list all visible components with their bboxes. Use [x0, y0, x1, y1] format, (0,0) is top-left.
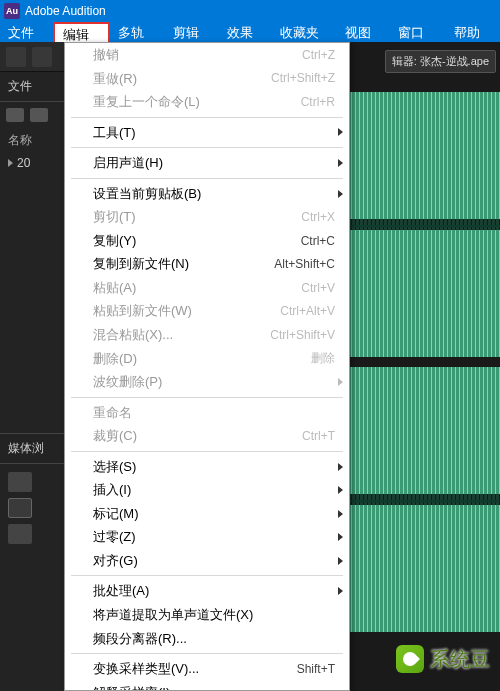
menu-item-shortcut: Ctrl+T — [302, 428, 335, 444]
menu-item-label: 过零(Z) — [93, 528, 136, 546]
files-panel-toolbar — [0, 102, 64, 128]
menu-item-label: 插入(I) — [93, 481, 131, 499]
menu-item-label: 频段分离器(R)... — [93, 630, 187, 648]
menu-item-label: 删除(D) — [93, 350, 137, 368]
menu-item[interactable]: 解释采样率(I)... — [65, 681, 349, 691]
menu-separator — [71, 117, 343, 118]
menu-视图[interactable]: 视图(V) — [337, 22, 390, 42]
menu-item-shortcut: Ctrl+X — [301, 209, 335, 225]
menu-item[interactable]: 标记(M) — [65, 502, 349, 526]
menu-item-label: 标记(M) — [93, 505, 139, 523]
menu-item-label: 粘贴到新文件(W) — [93, 302, 192, 320]
menu-编辑[interactable]: 编辑(E) — [53, 22, 110, 42]
menu-item-label: 变换采样类型(V)... — [93, 660, 199, 678]
files-panel-tab[interactable]: 文件 — [0, 72, 64, 102]
menu-item-shortcut: Ctrl+R — [301, 94, 335, 110]
menu-收藏夹[interactable]: 收藏夹(R) — [272, 22, 337, 42]
menu-item-label: 重做(R) — [93, 70, 137, 88]
waveform-left-channel — [350, 92, 500, 357]
menu-item[interactable]: 启用声道(H) — [65, 151, 349, 175]
submenu-caret-icon — [338, 557, 343, 565]
toolbar — [0, 42, 64, 72]
menu-item-shortcut: Shift+T — [297, 661, 335, 677]
watermark-text: 系统豆 — [430, 646, 490, 673]
menu-item-shortcut: Ctrl+Alt+V — [280, 303, 335, 319]
editor-area: 辑器: 张杰-逆战.ape — [350, 42, 500, 691]
menu-item: 波纹删除(P) — [65, 370, 349, 394]
menu-窗口[interactable]: 窗口(W) — [390, 22, 446, 42]
menu-item-label: 剪切(T) — [93, 208, 136, 226]
menu-item: 剪切(T)Ctrl+X — [65, 205, 349, 229]
import-icon[interactable] — [8, 472, 32, 492]
submenu-caret-icon — [338, 510, 343, 518]
menu-item-label: 混合粘贴(X)... — [93, 326, 173, 344]
menu-item[interactable]: 频段分离器(R)... — [65, 627, 349, 651]
menu-item: 粘贴到新文件(W)Ctrl+Alt+V — [65, 299, 349, 323]
editor-filename-tab[interactable]: 辑器: 张杰-逆战.ape — [385, 50, 496, 73]
menu-item-shortcut: Ctrl+Shift+Z — [271, 70, 335, 86]
media-browser-toolbar — [0, 464, 64, 552]
menu-item[interactable]: 复制到新文件(N)Alt+Shift+C — [65, 252, 349, 276]
multitrack-tool-icon[interactable] — [32, 47, 52, 67]
menu-item[interactable]: 插入(I) — [65, 478, 349, 502]
menu-item: 删除(D)删除 — [65, 347, 349, 371]
menu-item: 重命名 — [65, 401, 349, 425]
file-tree-item[interactable]: 20 — [0, 153, 64, 173]
waveform-display[interactable] — [350, 92, 500, 632]
menu-帮助[interactable]: 帮助(H) — [446, 22, 500, 42]
menu-item: 重复上一个命令(L)Ctrl+R — [65, 90, 349, 114]
menu-item: 粘贴(A)Ctrl+V — [65, 276, 349, 300]
menu-item-label: 复制到新文件(N) — [93, 255, 189, 273]
menu-separator — [71, 653, 343, 654]
app-icon: Au — [4, 3, 20, 19]
menu-separator — [71, 147, 343, 148]
menu-item-label: 设置当前剪贴板(B) — [93, 185, 201, 203]
menu-separator — [71, 451, 343, 452]
name-column-header[interactable]: 名称 — [0, 128, 64, 153]
menu-item: 混合粘贴(X)...Ctrl+Shift+V — [65, 323, 349, 347]
menu-item[interactable]: 批处理(A) — [65, 579, 349, 603]
menu-item[interactable]: 过零(Z) — [65, 525, 349, 549]
add-favorite-icon[interactable] — [8, 498, 32, 518]
menu-item-label: 解释采样率(I)... — [93, 684, 181, 691]
submenu-caret-icon — [338, 159, 343, 167]
menu-多轨[interactable]: 多轨(M) — [110, 22, 165, 42]
menu-item[interactable]: 对齐(G) — [65, 549, 349, 573]
menu-item[interactable]: 设置当前剪贴板(B) — [65, 182, 349, 206]
menu-item[interactable]: 工具(T) — [65, 121, 349, 145]
menu-效果[interactable]: 效果(S) — [219, 22, 272, 42]
drive-icon[interactable] — [8, 524, 32, 544]
record-icon[interactable] — [30, 108, 48, 122]
open-file-icon[interactable] — [6, 108, 24, 122]
menu-item-label: 裁剪(C) — [93, 427, 137, 445]
menu-item-label: 启用声道(H) — [93, 154, 163, 172]
expand-caret-icon — [8, 159, 13, 167]
menu-item[interactable]: 变换采样类型(V)...Shift+T — [65, 657, 349, 681]
menu-item[interactable]: 将声道提取为单声道文件(X) — [65, 603, 349, 627]
menu-item: 裁剪(C)Ctrl+T — [65, 424, 349, 448]
media-browser-tab[interactable]: 媒体浏 — [0, 433, 64, 464]
menu-item[interactable]: 复制(Y)Ctrl+C — [65, 229, 349, 253]
menu-separator — [71, 575, 343, 576]
menu-item[interactable]: 选择(S) — [65, 455, 349, 479]
waveform-right-channel — [350, 367, 500, 632]
menu-item-label: 粘贴(A) — [93, 279, 136, 297]
menu-item: 重做(R)Ctrl+Shift+Z — [65, 67, 349, 91]
menu-item-label: 选择(S) — [93, 458, 136, 476]
menu-item-shortcut: Alt+Shift+C — [274, 256, 335, 272]
submenu-caret-icon — [338, 128, 343, 136]
menu-item-shortcut: Ctrl+V — [301, 280, 335, 296]
menu-剪辑[interactable]: 剪辑(C) — [165, 22, 219, 42]
menubar: 文件(F)编辑(E)多轨(M)剪辑(C)效果(S)收藏夹(R)视图(V)窗口(W… — [0, 22, 500, 42]
menu-item-label: 复制(Y) — [93, 232, 136, 250]
submenu-caret-icon — [338, 378, 343, 386]
menu-item-label: 工具(T) — [93, 124, 136, 142]
menu-文件[interactable]: 文件(F) — [0, 22, 53, 42]
watermark-logo-icon — [396, 645, 424, 673]
watermark: 系统豆 — [396, 645, 490, 673]
menu-item-shortcut: Ctrl+Shift+V — [270, 327, 335, 343]
menu-item-label: 撤销 — [93, 46, 119, 64]
menu-item-shortcut: Ctrl+Z — [302, 47, 335, 63]
menu-item: 撤销Ctrl+Z — [65, 43, 349, 67]
waveform-tool-icon[interactable] — [6, 47, 26, 67]
